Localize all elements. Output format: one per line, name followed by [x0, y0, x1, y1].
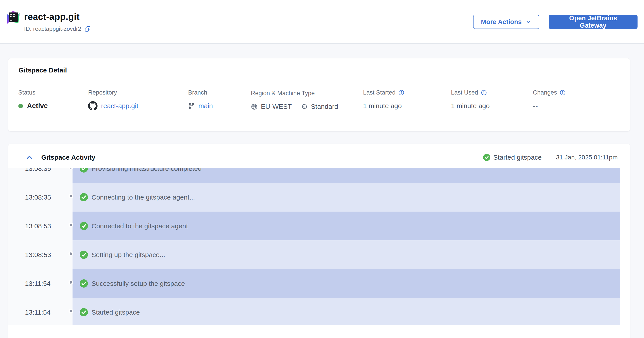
- log-message: Provisioning infrastructure completed: [92, 168, 202, 172]
- field-last-used: Last Used 1 minute ago: [451, 89, 490, 111]
- info-icon[interactable]: [560, 90, 566, 96]
- activity-header: Gitspace Activity Started gitspace 31 Ja…: [8, 144, 630, 168]
- activity-card-title: Gitspace Activity: [41, 154, 95, 161]
- log-row: 13:11:54 Started gitspace: [8, 298, 630, 325]
- check-circle-icon: [80, 279, 88, 288]
- more-actions-button[interactable]: More Actions: [473, 15, 539, 29]
- repository-label: Repository: [88, 89, 138, 96]
- region-machine-label: Region & Machine Type: [251, 90, 338, 97]
- activity-status-text: Started gitspace: [494, 154, 542, 161]
- copy-icon[interactable]: [84, 26, 91, 32]
- gitspace-id-label: ID: reactappgit-zovdr2: [24, 25, 81, 32]
- log-row: 13:08:53 Setting up the gitspace...: [8, 240, 630, 269]
- chevron-down-icon: [525, 19, 532, 25]
- gitspace-id-row: ID: reactappgit-zovdr2: [24, 25, 91, 32]
- check-circle-icon: [80, 251, 88, 259]
- last-used-value: 1 minute ago: [451, 101, 490, 111]
- check-circle-icon: [80, 222, 88, 230]
- field-repository: Repository react-app.git: [88, 89, 138, 111]
- last-started-label: Last Started: [363, 89, 396, 96]
- activity-log-list: 13:08:35 Provisioning infrastructure com…: [8, 168, 630, 325]
- machine-group: Standard: [301, 103, 338, 110]
- page-header: GO react-app.git ID: reactappgit-zovdr2 …: [0, 0, 644, 44]
- timeline-dot: [68, 223, 73, 227]
- globe-icon: [251, 103, 258, 110]
- info-icon[interactable]: [398, 90, 404, 96]
- cpu-icon: [301, 103, 308, 110]
- timeline-dot: [68, 251, 73, 256]
- field-changes: Changes --: [533, 89, 566, 111]
- last-used-label: Last Used: [451, 89, 478, 96]
- goland-logo-icon: GO: [7, 10, 20, 24]
- gitspace-activity-card: Gitspace Activity Started gitspace 31 Ja…: [8, 144, 630, 338]
- region-group: EU-WEST: [251, 103, 292, 110]
- status-active-dot: [18, 104, 23, 108]
- log-time: 13:08:53: [25, 222, 51, 230]
- log-row: 13:11:54 Successfully setup the gitspace: [8, 269, 630, 298]
- branch-link[interactable]: main: [198, 102, 213, 110]
- field-status: Status Active: [18, 89, 48, 111]
- status-value: Active: [27, 102, 48, 110]
- check-circle-icon: [80, 168, 88, 173]
- timeline-dot: [68, 309, 73, 314]
- log-time: 13:11:54: [25, 280, 51, 287]
- field-region-machine: Region & Machine Type EU-WEST: [251, 90, 338, 111]
- svg-text:GO: GO: [10, 13, 16, 18]
- log-time: 13:08:35: [25, 168, 51, 172]
- status-label: Status: [18, 89, 48, 96]
- gitspace-detail-page: GO react-app.git ID: reactappgit-zovdr2 …: [0, 0, 644, 338]
- timeline-dot: [68, 194, 73, 198]
- page-title: react-app.git: [24, 11, 80, 22]
- log-time: 13:08:35: [25, 194, 51, 201]
- activity-log-viewport[interactable]: 13:08:35 Provisioning infrastructure com…: [8, 168, 630, 325]
- machine-type-value: Standard: [311, 103, 338, 110]
- changes-value: --: [533, 101, 566, 111]
- open-jetbrains-gateway-button[interactable]: Open JetBrains Gateway: [549, 15, 638, 29]
- log-time: 13:11:54: [25, 309, 51, 316]
- gitspace-detail-card: Gitspace Detail Status Active Repository…: [8, 58, 630, 131]
- log-message: Connected to the gitspace agent: [92, 222, 188, 230]
- check-circle-icon: [80, 193, 88, 201]
- branch-label: Branch: [188, 89, 213, 96]
- activity-latest-status: Started gitspace: [483, 154, 542, 161]
- log-message: Setting up the gitspace...: [92, 251, 165, 259]
- field-last-started: Last Started 1 minute ago: [363, 89, 404, 111]
- field-branch: Branch main: [188, 89, 213, 111]
- changes-label: Changes: [533, 89, 557, 96]
- activity-timestamp: 31 Jan, 2025 01:11pm: [556, 154, 618, 161]
- log-message: Successfully setup the gitspace: [92, 280, 185, 287]
- check-circle-icon: [483, 154, 490, 161]
- region-value: EU-WEST: [261, 103, 292, 110]
- last-started-value: 1 minute ago: [363, 101, 404, 111]
- log-message: Connecting to the gitspace agent...: [92, 194, 195, 201]
- detail-card-title: Gitspace Detail: [18, 66, 67, 74]
- repository-link[interactable]: react-app.git: [101, 102, 138, 110]
- git-branch-icon: [188, 103, 195, 109]
- timeline-dot: [68, 168, 73, 170]
- log-row: 13:08:35 Provisioning infrastructure com…: [8, 168, 630, 183]
- chevron-up-icon[interactable]: [26, 154, 33, 161]
- more-actions-label: More Actions: [481, 18, 522, 26]
- log-row: 13:08:35 Connecting to the gitspace agen…: [8, 183, 630, 212]
- header-actions: More Actions Open JetBrains Gateway: [473, 15, 638, 29]
- timeline-dot: [68, 280, 73, 285]
- log-message: Started gitspace: [92, 309, 140, 316]
- github-icon: [88, 101, 98, 111]
- log-row: 13:08:53 Connected to the gitspace agent: [8, 212, 630, 240]
- info-icon[interactable]: [481, 90, 487, 96]
- log-time: 13:08:53: [25, 251, 51, 259]
- check-circle-icon: [80, 308, 88, 316]
